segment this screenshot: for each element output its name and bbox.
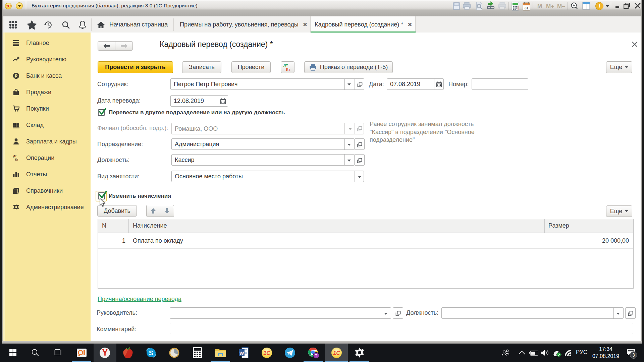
svg-text:S: S xyxy=(149,349,153,357)
svg-text:Дт: Дт xyxy=(283,63,288,67)
svg-text:W: W xyxy=(239,351,244,356)
svg-text:₽: ₽ xyxy=(15,73,18,78)
svg-text:1С: 1С xyxy=(263,350,270,356)
svg-text:1С: 1С xyxy=(333,350,340,356)
svg-text:Кт: Кт xyxy=(286,67,290,71)
svg-text:Дт: Дт xyxy=(13,155,16,158)
svg-text:i: i xyxy=(599,3,600,9)
svg-text:Кт: Кт xyxy=(15,158,18,161)
svg-text:31: 31 xyxy=(524,6,528,10)
svg-text:T: T xyxy=(315,354,318,358)
